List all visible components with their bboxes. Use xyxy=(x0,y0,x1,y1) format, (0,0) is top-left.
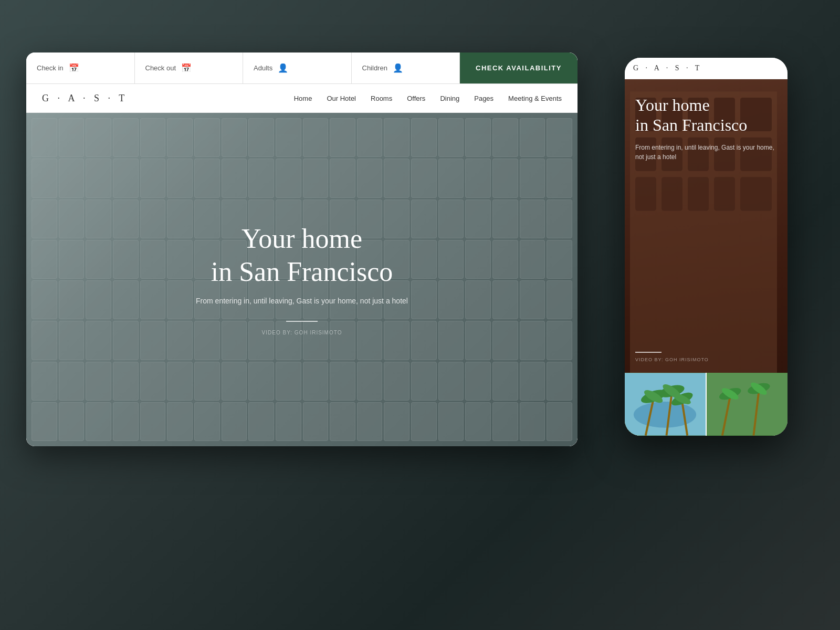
hero-divider xyxy=(286,321,318,322)
mobile-hero-content: Your home in San Francisco From entering… xyxy=(625,79,788,373)
svg-point-17 xyxy=(634,402,696,428)
nav-link-ourhotel[interactable]: Our Hotel xyxy=(327,94,356,102)
keyboard-key xyxy=(492,159,518,197)
laptop-hero-credit: VIDEO BY: GOH IRISIMOTO xyxy=(262,330,342,335)
keyboard-key xyxy=(520,362,545,401)
keyboard-key xyxy=(194,402,220,441)
nav-item-home[interactable]: Home xyxy=(294,93,312,103)
keyboard-key xyxy=(167,118,193,157)
keyboard-key xyxy=(113,280,139,319)
keyboard-key xyxy=(32,159,57,197)
keyboard-key xyxy=(167,159,193,197)
hero-title-line2: in San Francisco xyxy=(211,257,393,287)
keyboard-key xyxy=(194,362,220,401)
check-in-field[interactable]: Check in 📅 xyxy=(26,52,135,83)
nav-item-ourhotel[interactable]: Our Hotel xyxy=(327,93,356,103)
keyboard-key xyxy=(303,402,329,441)
nav-item-rooms[interactable]: Rooms xyxy=(371,93,392,103)
keyboard-key xyxy=(113,118,139,157)
laptop-logo: G · A · S · T xyxy=(42,93,128,104)
svg-rect-28 xyxy=(707,373,788,435)
keyboard-key xyxy=(59,280,85,319)
keyboard-key xyxy=(167,402,193,441)
keyboard-key xyxy=(438,280,464,319)
nav-item-pages[interactable]: Pages xyxy=(474,93,494,103)
keyboard-key xyxy=(492,280,518,319)
keyboard-key xyxy=(113,200,139,238)
keyboard-key xyxy=(547,118,572,157)
check-availability-button[interactable]: CHECK AVAILABILITY xyxy=(460,52,578,83)
keyboard-key xyxy=(59,240,85,279)
nav-link-rooms[interactable]: Rooms xyxy=(371,94,392,102)
mobile-image-left xyxy=(625,373,706,436)
keyboard-key xyxy=(465,362,491,401)
keyboard-key xyxy=(384,118,410,157)
keyboard-key xyxy=(86,280,111,319)
keyboard-key xyxy=(411,159,437,197)
keyboard-key xyxy=(547,321,572,360)
keyboard-key xyxy=(547,240,572,279)
keyboard-key xyxy=(86,402,111,441)
keyboard-key xyxy=(86,200,111,238)
keyboard-key xyxy=(167,240,193,279)
keyboard-key xyxy=(303,362,329,401)
keyboard-key xyxy=(465,280,491,319)
keyboard-key xyxy=(140,402,166,441)
keyboard-key xyxy=(492,118,518,157)
keyboard-key xyxy=(384,402,410,441)
laptop-screen: Check in 📅 Check out 📅 Adults 👤 Children… xyxy=(26,52,578,446)
keyboard-key xyxy=(357,159,383,197)
keyboard-key xyxy=(248,118,274,157)
mobile-hero-title: Your home in San Francisco xyxy=(635,95,777,135)
keyboard-key xyxy=(438,321,464,360)
keyboard-key xyxy=(547,402,572,441)
mobile-hero-subtitle: From entering in, until leaving, Gast is… xyxy=(635,143,777,162)
keyboard-key xyxy=(520,402,545,441)
keyboard-key xyxy=(520,240,545,279)
keyboard-key xyxy=(276,362,301,401)
mobile-hero-credit: VIDEO BY: GOH IRISIMOTO xyxy=(635,357,777,362)
hero-title-line1: Your home xyxy=(242,224,362,254)
keyboard-key xyxy=(59,118,85,157)
keyboard-key xyxy=(32,402,57,441)
keyboard-key xyxy=(520,159,545,197)
keyboard-key xyxy=(438,200,464,238)
keyboard-key xyxy=(411,362,437,401)
nav-item-offers[interactable]: Offers xyxy=(407,93,425,103)
children-field[interactable]: Children 👤 xyxy=(352,52,460,83)
keyboard-key xyxy=(357,118,383,157)
nav-item-meeting[interactable]: Meeting & Events xyxy=(508,93,562,103)
keyboard-key xyxy=(140,159,166,197)
check-out-field[interactable]: Check out 📅 xyxy=(135,52,244,83)
nav-link-pages[interactable]: Pages xyxy=(474,94,494,102)
adults-label: Adults xyxy=(254,64,272,72)
keyboard-key xyxy=(438,240,464,279)
laptop-hero-content: Your home in San Francisco From entering… xyxy=(196,223,408,337)
keyboard-key xyxy=(547,159,572,197)
mobile-image-right xyxy=(706,373,788,436)
nav-link-offers[interactable]: Offers xyxy=(407,94,425,102)
keyboard-key xyxy=(140,362,166,401)
keyboard-key xyxy=(222,362,247,401)
nav-item-dining[interactable]: Dining xyxy=(440,93,459,103)
keyboard-key xyxy=(357,362,383,401)
keyboard-key xyxy=(32,200,57,238)
keyboard-key xyxy=(465,200,491,238)
keyboard-key xyxy=(32,362,57,401)
keyboard-key xyxy=(492,200,518,238)
keyboard-key xyxy=(86,159,111,197)
nav-link-home[interactable]: Home xyxy=(294,94,312,102)
keyboard-key xyxy=(140,280,166,319)
keyboard-key xyxy=(140,200,166,238)
keyboard-key xyxy=(492,402,518,441)
keyboard-key xyxy=(86,362,111,401)
keyboard-key xyxy=(113,159,139,197)
children-label: Children xyxy=(362,64,387,72)
pool-right-svg xyxy=(707,373,788,436)
keyboard-key xyxy=(222,402,247,441)
nav-link-dining[interactable]: Dining xyxy=(440,94,459,102)
keyboard-key xyxy=(86,240,111,279)
nav-link-meeting[interactable]: Meeting & Events xyxy=(508,94,562,102)
keyboard-key xyxy=(113,362,139,401)
adults-field[interactable]: Adults 👤 xyxy=(243,52,352,83)
